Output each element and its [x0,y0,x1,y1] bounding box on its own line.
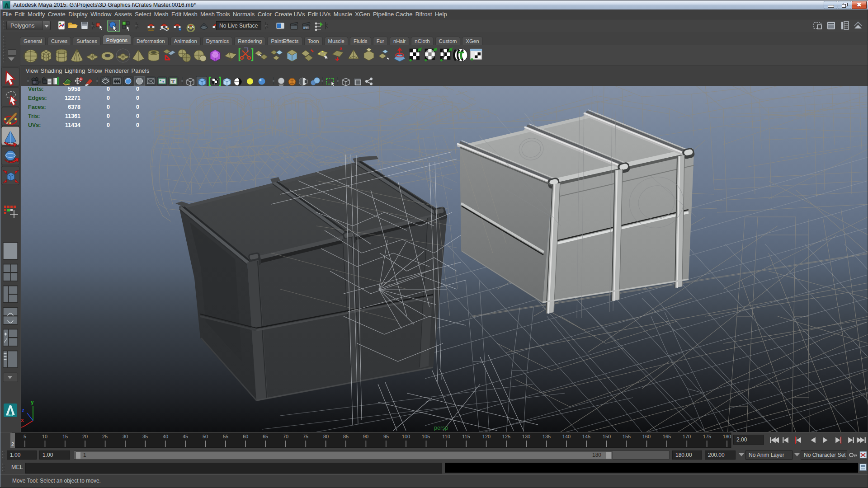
svg-text:100: 100 [402,434,410,439]
svg-text:10: 10 [42,434,47,439]
svg-text:130: 130 [522,434,530,439]
svg-text:2: 2 [11,441,14,447]
svg-text:20: 20 [82,434,88,439]
svg-text:155: 155 [623,434,631,439]
svg-text:Verts:: Verts: [28,86,44,92]
svg-text:165: 165 [663,434,671,439]
svg-text:UVs:: UVs: [28,122,41,128]
svg-text:30: 30 [123,434,128,439]
svg-text:50: 50 [203,434,208,439]
svg-text:Edges:: Edges: [28,95,47,101]
svg-text:IPR: IPR [303,26,309,29]
svg-text:12271: 12271 [65,95,80,101]
svg-text:140: 140 [562,434,571,439]
svg-text:x: x [21,417,24,423]
svg-text:11361: 11361 [65,113,80,119]
svg-text:160: 160 [642,434,651,439]
svg-text:T: T [171,79,175,84]
svg-text:45: 45 [183,434,188,439]
svg-text:0: 0 [136,95,139,101]
svg-text:y: y [31,399,34,405]
svg-text:0: 0 [107,113,110,119]
svg-text:95: 95 [383,434,389,439]
svg-text:60: 60 [243,434,248,439]
svg-text:0: 0 [107,104,110,110]
svg-text:115: 115 [462,434,470,439]
svg-text:11434: 11434 [65,122,80,128]
svg-text:25: 25 [102,434,108,439]
svg-text:180: 180 [723,434,731,439]
svg-text:90: 90 [363,434,368,439]
svg-text:6378: 6378 [68,104,80,110]
svg-text:z: z [22,407,24,413]
svg-text:55: 55 [223,434,228,439]
svg-text:Faces:: Faces: [28,104,46,110]
svg-text:150: 150 [603,434,611,439]
svg-text:120: 120 [482,434,491,439]
svg-text:0: 0 [107,86,110,92]
svg-text:80: 80 [323,434,329,439]
svg-text:110: 110 [442,434,450,439]
svg-text:0: 0 [136,86,139,92]
svg-text:0: 0 [107,95,110,101]
svg-text:5: 5 [24,434,26,439]
svg-text:75: 75 [303,434,308,439]
svg-text:15: 15 [62,434,68,439]
svg-text:145: 145 [582,434,590,439]
svg-text:70: 70 [283,434,288,439]
svg-text:0: 0 [136,122,139,128]
svg-text:175: 175 [703,434,711,439]
svg-text:MAYA: MAYA [6,414,13,417]
svg-text:persp: persp [434,425,448,431]
svg-text:5958: 5958 [68,86,80,92]
svg-text:0: 0 [107,122,110,128]
svg-text:65: 65 [263,434,268,439]
svg-text:135: 135 [542,434,551,439]
svg-text:35: 35 [142,434,148,439]
svg-text:0: 0 [136,113,139,119]
svg-text:85: 85 [343,434,349,439]
svg-text:105: 105 [422,434,430,439]
svg-text:170: 170 [683,434,691,439]
svg-text:Tris:: Tris: [28,113,40,119]
svg-text:0: 0 [136,104,139,110]
svg-text:40: 40 [163,434,168,439]
svg-text:125: 125 [502,434,510,439]
